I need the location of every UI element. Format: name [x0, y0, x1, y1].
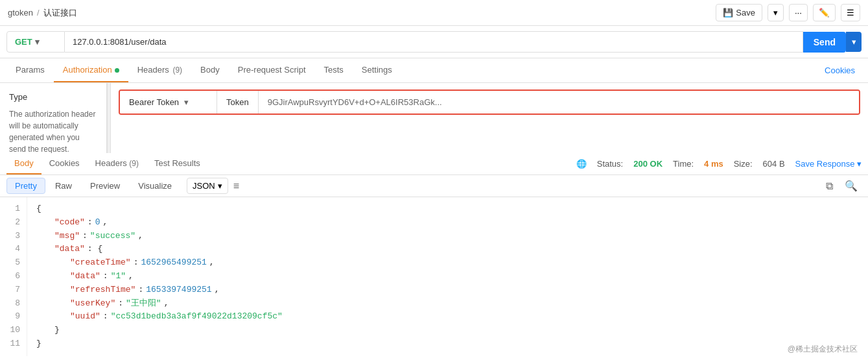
response-tab-test-results[interactable]: Test Results — [147, 153, 208, 174]
method-chevron-icon: ▾ — [35, 37, 40, 47]
time-value: 4 ms — [704, 159, 723, 169]
tab-tests[interactable]: Tests — [315, 58, 353, 82]
breadcrumb: gtoken / 认证接口 — [8, 7, 77, 19]
format-pretty-button[interactable]: Pretty — [6, 178, 45, 194]
response-tab-body[interactable]: Body — [6, 153, 41, 174]
code-line: "data": "1", — [36, 270, 859, 283]
response-tabs-list: Body Cookies Headers (9) Test Results — [6, 153, 208, 174]
response-tab-headers[interactable]: Headers (9) — [88, 153, 147, 174]
view-icon: ☰ — [847, 8, 854, 18]
size-label: Size: — [734, 159, 753, 169]
auth-type-panel: Type The authorization header will be au… — [0, 83, 107, 153]
send-button[interactable]: Send — [803, 32, 846, 53]
wrap-button[interactable]: ≡ — [229, 179, 243, 193]
send-arrow-button[interactable]: ▾ — [846, 32, 862, 52]
ellipsis-icon: ··· — [795, 8, 802, 18]
top-bar: gtoken / 认证接口 💾 Save ▾ ··· ✏️ ☰ — [0, 0, 868, 26]
status-label: Status: — [597, 159, 623, 169]
tab-headers[interactable]: Headers (9) — [128, 58, 191, 82]
authorization-active-dot — [115, 68, 119, 73]
watermark: @稀土掘金技术社区 — [788, 344, 858, 355]
response-section: Body Cookies Headers (9) Test Results 🌐 … — [0, 153, 868, 356]
save-icon: 💾 — [723, 8, 733, 18]
format-bar: Pretty Raw Preview Visualize JSON ▾ ≡ ⧉ … — [0, 175, 868, 197]
tab-settings[interactable]: Settings — [353, 58, 401, 82]
request-tabs-list: Params Authorization Headers (9) Body Pr… — [6, 58, 401, 82]
response-body: 12345 67891011 { "code": 0, "msg": "succ… — [0, 197, 868, 356]
save-arrow-button[interactable]: ▾ — [768, 4, 784, 21]
save-response-button[interactable]: Save Response ▾ — [795, 159, 862, 169]
tab-params[interactable]: Params — [6, 58, 54, 82]
size-value: 604 B — [763, 159, 785, 169]
tab-body[interactable]: Body — [191, 58, 229, 82]
send-label: Send — [814, 37, 836, 47]
toolbar: 💾 Save ▾ ··· ✏️ ☰ — [716, 4, 860, 21]
format-type-chevron-icon: ▾ — [218, 181, 222, 191]
response-status-bar: 🌐 Status: 200 OK Time: 4 ms Size: 604 B … — [576, 159, 862, 169]
dropdown-chevron-icon: ▾ — [184, 97, 189, 107]
format-preview-button[interactable]: Preview — [82, 178, 128, 194]
format-visualize-button[interactable]: Visualize — [130, 178, 180, 194]
format-raw-button[interactable]: Raw — [47, 178, 80, 194]
save-label: Save — [736, 8, 755, 18]
request-tabs: Params Authorization Headers (9) Body Pr… — [0, 58, 868, 83]
tab-pre-request[interactable]: Pre-request Script — [229, 58, 315, 82]
search-button[interactable]: 🔍 — [841, 178, 862, 193]
method-label: GET — [15, 37, 32, 47]
auth-section: Type The authorization header will be au… — [0, 83, 868, 153]
breadcrumb-separator: / — [37, 8, 40, 18]
project-name[interactable]: gtoken — [8, 8, 33, 18]
line-numbers: 12345 67891011 — [0, 197, 27, 356]
cookies-link[interactable]: Cookies — [818, 59, 862, 82]
pencil-icon: ✏️ — [819, 8, 830, 18]
code-line: } — [36, 324, 859, 337]
method-select[interactable]: GET ▾ — [6, 31, 65, 53]
type-label: Type — [9, 92, 97, 102]
bearer-token-dropdown[interactable]: Bearer Token ▾ — [120, 91, 217, 114]
url-input[interactable] — [65, 31, 803, 53]
time-label: Time: — [673, 159, 694, 169]
format-buttons: Pretty Raw Preview Visualize JSON ▾ ≡ — [6, 178, 243, 194]
code-line: "createTime": 1652965499251, — [36, 256, 859, 270]
send-chevron-icon: ▾ — [852, 37, 856, 47]
code-content: { "code": 0, "msg": "success", "data": {… — [27, 197, 868, 356]
view-button[interactable]: ☰ — [841, 4, 860, 21]
format-actions: ⧉ 🔍 — [822, 178, 862, 193]
url-bar: GET ▾ Send ▾ — [0, 26, 868, 58]
code-line: } — [36, 337, 859, 351]
copy-button[interactable]: ⧉ — [822, 179, 837, 193]
more-button[interactable]: ··· — [789, 4, 808, 21]
format-type-label: JSON — [193, 181, 215, 191]
code-line: { — [36, 202, 859, 216]
edit-button[interactable]: ✏️ — [813, 4, 836, 21]
code-line: "refreshTime": 1653397499251, — [36, 283, 859, 297]
page-name: 认证接口 — [43, 7, 77, 19]
chevron-down-icon: ▾ — [773, 8, 778, 18]
token-label: Token — [217, 91, 259, 114]
code-line: "code": 0, — [36, 216, 859, 230]
auth-config-box: Bearer Token ▾ Token 9GJirAwpuRsvyrtYD6V… — [119, 90, 860, 115]
response-tab-cookies[interactable]: Cookies — [41, 153, 88, 174]
save-button[interactable]: 💾 Save — [716, 4, 762, 21]
code-line: "uuid": "cc53d1bedb3a3af9f49022d13209cf5… — [36, 310, 859, 324]
auth-config-panel: Bearer Token ▾ Token 9GJirAwpuRsvyrtYD6V… — [111, 83, 868, 153]
code-line: "data": { — [36, 243, 859, 256]
format-type-select[interactable]: JSON ▾ — [187, 178, 228, 194]
code-line: "msg": "success", — [36, 230, 859, 243]
response-tabs: Body Cookies Headers (9) Test Results 🌐 … — [0, 153, 868, 175]
bearer-token-label: Bearer Token — [129, 97, 179, 107]
code-line: "userKey": "王中阳", — [36, 297, 859, 311]
globe-icon: 🌐 — [576, 159, 587, 169]
auth-info-text: The authorization header will be automat… — [9, 108, 97, 155]
status-code: 200 OK — [633, 159, 663, 169]
token-value[interactable]: 9GJirAwpuRsvyrtYD6V+d+O+AL6IR53RaGk... — [259, 91, 859, 114]
tab-authorization[interactable]: Authorization — [54, 58, 128, 82]
